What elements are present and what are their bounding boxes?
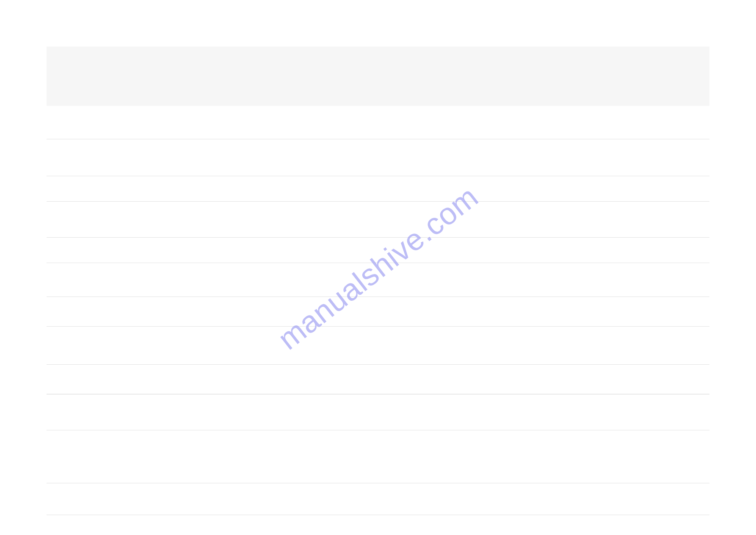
horizontal-rule (47, 483, 709, 483)
horizontal-rule (47, 515, 709, 515)
horizontal-rule (47, 297, 709, 297)
horizontal-rule (47, 364, 709, 365)
watermark-text: manualshive.com (271, 179, 485, 356)
horizontal-rule (47, 176, 709, 176)
document-page: manualshive.com (0, 0, 756, 535)
horizontal-rule (47, 263, 709, 263)
header-placeholder-box (47, 47, 709, 106)
horizontal-rule (47, 394, 709, 394)
horizontal-rule (47, 430, 709, 430)
horizontal-rule (47, 237, 709, 238)
horizontal-rule (47, 139, 709, 139)
horizontal-rule (47, 326, 709, 327)
horizontal-rule (47, 201, 709, 202)
